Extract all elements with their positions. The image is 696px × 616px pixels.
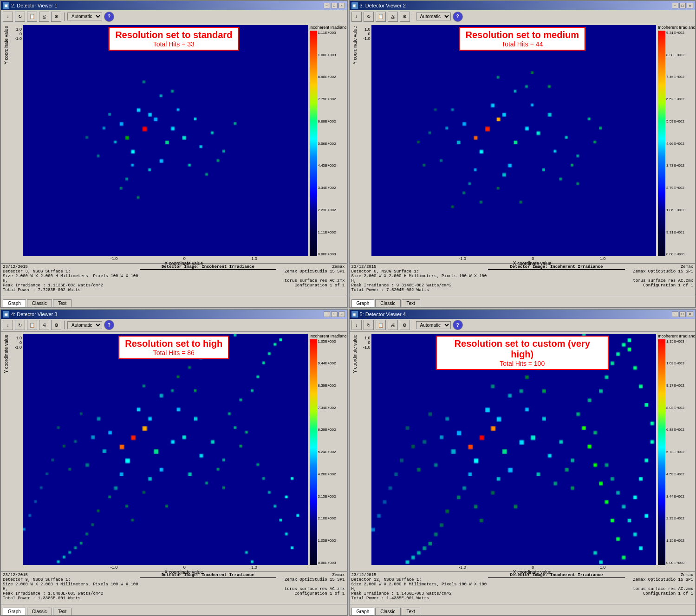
x-tick: 1.0	[600, 256, 606, 261]
colorbar-label: 7.45E+002	[666, 75, 684, 79]
copy-button[interactable]: 📋	[376, 320, 386, 330]
colorbar-label: 1.15E+003	[666, 339, 684, 344]
window-title: 5: Detector Viewer 4	[360, 311, 406, 317]
settings-button[interactable]: ⚙	[400, 320, 410, 330]
info-left: 23/12/2015Detector 3, NSCG Surface 1:Siz…	[3, 265, 140, 295]
y-axis-ticks: 1.00-1.0	[358, 334, 371, 351]
back-button[interactable]: ↓	[351, 320, 362, 330]
info-panel-4: 23/12/2015Detector 12, NSCG Surface 1:Si…	[350, 571, 696, 604]
copy-button[interactable]: 📋	[376, 12, 386, 22]
copy-button[interactable]: 📋	[27, 12, 37, 22]
colorbar-label: 0.00E+000	[666, 252, 684, 256]
plot-inner: Incoherent Irradiance1.11E+0031.00E+0038…	[23, 25, 345, 261]
help-button[interactable]: ?	[104, 320, 114, 330]
help-button[interactable]: ?	[453, 320, 463, 330]
close-button[interactable]: ×	[687, 3, 693, 8]
close-button[interactable]: ×	[687, 311, 693, 317]
colorbar-title: Incoherent Irradiance	[658, 25, 691, 30]
x-tick: 0	[183, 565, 186, 570]
toolbar-separator	[413, 321, 413, 329]
print-button[interactable]: 🖨	[388, 12, 398, 22]
colorbar-label: 1.05E+002	[318, 538, 336, 543]
tab-graph[interactable]: Graph	[351, 299, 375, 307]
plot-inner: Incoherent Irradiance9.31E+0028.38E+0027…	[371, 25, 694, 261]
print-button[interactable]: 🖨	[39, 12, 49, 22]
info-panel-2: 23/12/2015Detector 6, NSCG Surface 1:Siz…	[350, 263, 696, 296]
detector-plot-1: Y coordinate value1.00-1.0Incoherent Irr…	[3, 25, 345, 261]
plot-area-3: Resolution set to high Total Hits = 86 Y…	[1, 332, 347, 572]
info-wrapper: 23/12/2015Detector 9, NSCG Surface 1:Siz…	[3, 573, 345, 603]
mode-dropdown[interactable]: Automatic	[416, 321, 451, 329]
info-center-title: Detector Image: Incoherent Irradiance	[140, 573, 277, 578]
x-axis-ticks: -1.001.0	[458, 256, 606, 261]
tab-classic[interactable]: Classic	[27, 299, 52, 307]
tab-text[interactable]: Text	[402, 608, 420, 615]
x-tick: -1.0	[111, 256, 118, 261]
detector-window-4: ▣ 5: Detector Viewer 4 − □ × ↓ ↻ 📋 🖨 ⚙ A…	[349, 309, 696, 616]
colorbar-label: 6.88E+002	[666, 428, 684, 432]
annotation-title: Resolution set to high	[125, 338, 222, 349]
tab-graph[interactable]: Graph	[3, 608, 26, 615]
colorbar-wrap: 1.15E+0031.03E+0039.17E+0028.03E+0026.88…	[658, 339, 691, 565]
window-icon: ▣	[3, 2, 9, 9]
mode-dropdown[interactable]: Automatic	[416, 13, 451, 20]
back-button[interactable]: ↓	[3, 320, 13, 330]
y-axis-label: Y coordinate value	[351, 25, 358, 65]
info-left: 23/12/2015Detector 9, NSCG Surface 1:Siz…	[3, 573, 140, 603]
tabs-bar-2: GraphClassicText	[350, 296, 696, 307]
maximize-button[interactable]: □	[331, 311, 338, 317]
colorbar-label: 0.00E+000	[318, 252, 336, 256]
colorbar-gradient	[310, 31, 317, 256]
minimize-button[interactable]: −	[672, 311, 678, 317]
minimize-button[interactable]: −	[672, 3, 678, 8]
y-axis-label: Y coordinate value	[351, 334, 358, 374]
back-button[interactable]: ↓	[351, 12, 362, 22]
print-button[interactable]: 🖨	[388, 320, 398, 330]
maximize-button[interactable]: □	[331, 3, 338, 8]
settings-button[interactable]: ⚙	[400, 12, 410, 22]
maximize-button[interactable]: □	[679, 311, 686, 317]
settings-button[interactable]: ⚙	[51, 12, 61, 22]
copy-button[interactable]: 📋	[27, 320, 37, 330]
x-axis-ticks: -1.001.0	[110, 565, 258, 570]
annotation-box-1: Resolution set to standard Total Hits = …	[109, 27, 239, 51]
refresh-button[interactable]: ↻	[15, 320, 25, 330]
tab-classic[interactable]: Classic	[375, 608, 400, 615]
refresh-button[interactable]: ↻	[364, 320, 374, 330]
tabs-bar-4: GraphClassicText	[350, 604, 696, 615]
tab-text[interactable]: Text	[53, 608, 72, 615]
canvas-row: Incoherent Irradiance9.31E+0028.38E+0027…	[371, 25, 694, 256]
close-button[interactable]: ×	[338, 311, 345, 317]
refresh-button[interactable]: ↻	[364, 12, 374, 22]
y-tick: 1.0	[11, 336, 22, 340]
tab-classic[interactable]: Classic	[375, 299, 400, 307]
maximize-button[interactable]: □	[679, 3, 686, 8]
y-tick: -1.0	[11, 36, 22, 41]
info-center-title: Detector Image: Incoherent Irradiance	[488, 573, 625, 578]
refresh-button[interactable]: ↻	[15, 12, 25, 22]
colorbar-label: 0.00E+000	[318, 561, 336, 565]
tab-graph[interactable]: Graph	[3, 299, 26, 307]
toolbar-separator	[64, 13, 65, 21]
print-button[interactable]: 🖨	[39, 320, 49, 330]
tab-graph[interactable]: Graph	[351, 608, 375, 615]
tab-text[interactable]: Text	[53, 299, 72, 307]
y-tick: 0	[11, 32, 22, 36]
y-tick: -1.0	[11, 345, 22, 350]
mode-dropdown[interactable]: Automatic	[67, 321, 102, 329]
tabs-bar-3: GraphClassicText	[1, 604, 347, 615]
help-button[interactable]: ?	[453, 12, 463, 22]
help-button[interactable]: ?	[104, 12, 114, 22]
tab-text[interactable]: Text	[402, 299, 420, 307]
toolbar-4: ↓ ↻ 📋 🖨 ⚙ Automatic ?	[350, 319, 696, 332]
settings-button[interactable]: ⚙	[51, 320, 61, 330]
mode-dropdown[interactable]: Automatic	[67, 13, 102, 20]
minimize-button[interactable]: −	[324, 3, 330, 8]
window-title: 4: Detector Viewer 3	[11, 311, 57, 317]
minimize-button[interactable]: −	[324, 311, 330, 317]
info-wrapper: 23/12/2015Detector 3, NSCG Surface 1:Siz…	[3, 265, 345, 295]
y-axis-ticks: 1.00-1.0	[10, 25, 23, 43]
back-button[interactable]: ↓	[3, 12, 13, 22]
tab-classic[interactable]: Classic	[27, 608, 52, 615]
close-button[interactable]: ×	[338, 3, 345, 8]
